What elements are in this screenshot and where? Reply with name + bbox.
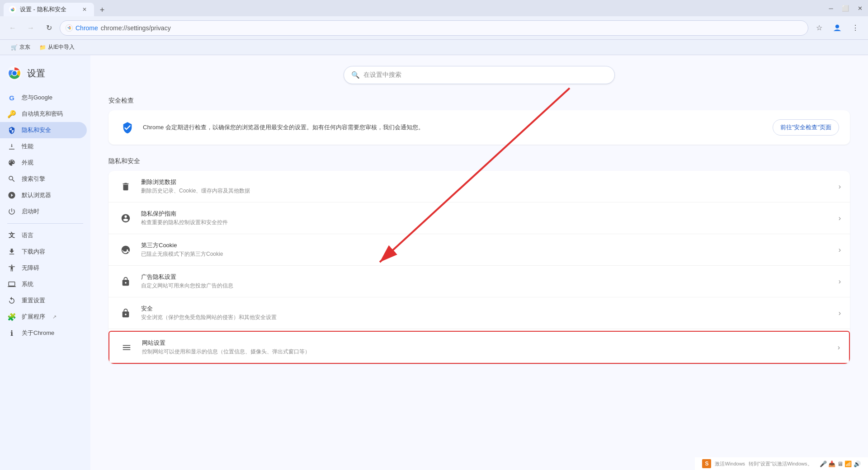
bookmark-star-button[interactable]: ☆ <box>812 21 826 35</box>
windows-activation-notice: S 激活Windows 转到"设置"以激活Windows。 🎤 📥 🖥 📶 🔊 <box>695 457 868 470</box>
settings-item-privacy-guide[interactable]: 隐私保护指南 检查重要的隐私控制设置和安全控件 › <box>108 202 850 234</box>
settings-item-cookies[interactable]: 第三方Cookie 已阻止无痕模式下的第三方Cookie › <box>108 234 850 266</box>
settings-item-clear-data[interactable]: 删除浏览数据 删除历史记录、Cookie、缓存内容及其他数据 › <box>108 171 850 202</box>
search-placeholder: 在设置中搜索 <box>363 71 607 79</box>
safety-check-button[interactable]: 前往"安全检查"页面 <box>773 119 839 136</box>
settings-item-site-settings[interactable]: 网站设置 控制网站可以使用和显示的信息（位置信息、摄像头、弹出式窗口等） › <box>108 331 850 364</box>
cookies-title: 第三方Cookie <box>141 241 831 249</box>
active-tab[interactable]: 设置 - 隐私和安全 ✕ <box>4 3 94 16</box>
privacy-guide-icon <box>118 210 134 226</box>
profile-icon <box>833 24 842 33</box>
sidebar-startup-label: 启动时 <box>22 207 39 216</box>
new-tab-button[interactable]: + <box>96 4 108 16</box>
ad-privacy-desc: 自定义网站可用来向您投放广告的信息 <box>141 282 831 290</box>
bookmark-ie-label: 从IE中导入 <box>48 43 75 51</box>
sidebar-system-label: 系统 <box>22 280 33 288</box>
clear-data-text: 删除浏览数据 删除历史记录、Cookie、缓存内容及其他数据 <box>141 178 831 195</box>
close-button[interactable]: ✕ <box>855 4 864 13</box>
tab-close-button[interactable]: ✕ <box>80 5 89 14</box>
sidebar-item-extensions[interactable]: 🧩 扩展程序 ↗ <box>0 309 87 325</box>
privacy-guide-desc: 检查重要的隐私控制设置和安全控件 <box>141 219 831 226</box>
safety-shield-icon <box>119 119 136 136</box>
sidebar-system-icon <box>7 280 16 289</box>
safety-description: Chrome 会定期进行检查，以确保您的浏览器使用最安全的设置。如有任何内容需要… <box>143 123 765 132</box>
bookmarks-bar: 🛒 京东 📁 从IE中导入 <box>0 40 868 55</box>
security-chevron: › <box>839 309 841 317</box>
sidebar-item-appearance[interactable]: 外观 <box>0 155 87 171</box>
chrome-menu-button[interactable]: ⋮ <box>848 21 863 35</box>
sidebar-item-default-browser[interactable]: 默认浏览器 <box>0 187 87 203</box>
sidebar-separator <box>7 223 83 224</box>
site-settings-icon <box>118 339 135 356</box>
minimize-button[interactable]: ─ <box>826 4 835 13</box>
url-bar[interactable]: Chrome chrome://settings/privacy <box>60 20 808 36</box>
bookmark-ie-import[interactable]: 📁 从IE中导入 <box>36 42 78 53</box>
sidebar-extensions-label: 扩展程序 <box>22 313 45 321</box>
sidebar-item-privacy[interactable]: 隐私和安全 <box>0 122 87 138</box>
sidebar-item-autofill[interactable]: 🔑 自动填充和密码 <box>0 106 87 122</box>
security-icon <box>118 305 134 321</box>
activate-windows-text: 激活Windows <box>715 461 745 467</box>
settings-item-security[interactable]: 安全 安全浏览（保护您免受危险网站的侵害）和其他安全设置 › <box>108 297 850 329</box>
settings-item-ad-privacy[interactable]: 广告隐私设置 自定义网站可用来向您投放广告的信息 › <box>108 266 850 297</box>
site-settings-chevron: › <box>838 343 840 352</box>
privacy-guide-chevron: › <box>839 214 841 222</box>
sidebar-browser-icon <box>7 191 16 200</box>
chrome-logo-icon <box>7 66 22 80</box>
sidebar-item-language[interactable]: 文 语言 <box>0 227 87 244</box>
site-settings-desc: 控制网站可以使用和显示的信息（位置信息、摄像头、弹出式窗口等） <box>142 348 830 356</box>
sidebar-autofill-icon: 🔑 <box>7 109 16 118</box>
maximize-button[interactable]: ⬜ <box>841 4 850 13</box>
sidebar-search-label: 搜索引擎 <box>22 175 45 183</box>
search-box[interactable]: 🔍 在设置中搜索 <box>344 66 615 84</box>
sidebar-accessibility-label: 无障碍 <box>22 264 39 272</box>
bookmark-jd[interactable]: 🛒 京东 <box>7 42 34 53</box>
security-title: 安全 <box>141 305 831 313</box>
sidebar-item-startup[interactable]: 启动时 <box>0 203 87 220</box>
profile-button[interactable] <box>830 21 844 35</box>
sidebar-autofill-label: 自动填充和密码 <box>22 110 63 118</box>
site-settings-text: 网站设置 控制网站可以使用和显示的信息（位置信息、摄像头、弹出式窗口等） <box>142 339 830 356</box>
cookies-icon <box>118 242 134 258</box>
back-button[interactable]: ← <box>5 21 20 35</box>
sidebar-accessibility-icon <box>7 263 16 273</box>
forward-button[interactable]: → <box>24 21 38 35</box>
sidebar-browser-label: 默认浏览器 <box>22 191 51 199</box>
sidebar-item-performance[interactable]: 性能 <box>0 138 87 155</box>
sidebar-google-label: 您与Google <box>22 94 52 102</box>
clear-data-desc: 删除历史记录、Cookie、缓存内容及其他数据 <box>141 187 831 195</box>
sidebar-google-icon: G <box>7 93 16 102</box>
bookmark-jd-label: 京东 <box>19 43 30 51</box>
url-scheme: Chrome <box>75 24 98 32</box>
ad-privacy-text: 广告隐私设置 自定义网站可用来向您投放广告的信息 <box>141 273 831 290</box>
sidebar-about-icon: ℹ <box>7 329 16 338</box>
sidebar-item-system[interactable]: 系统 <box>0 276 87 292</box>
svg-point-6 <box>835 24 839 28</box>
search-container: 🔍 在设置中搜索 <box>108 66 850 84</box>
search-icon: 🔍 <box>351 71 360 79</box>
svg-point-9 <box>12 71 17 75</box>
privacy-guide-title: 隐私保护指南 <box>141 210 831 218</box>
sidebar-item-google[interactable]: G 您与Google <box>0 89 87 106</box>
address-bar: ← → ↻ Chrome chrome://settings/privacy ☆… <box>0 16 868 40</box>
privacy-guide-text: 隐私保护指南 检查重要的隐私控制设置和安全控件 <box>141 210 831 226</box>
security-text: 安全 安全浏览（保护您免受危险网站的侵害）和其他安全设置 <box>141 305 831 321</box>
ad-privacy-title: 广告隐私设置 <box>141 273 831 281</box>
cookies-desc: 已阻止无痕模式下的第三方Cookie <box>141 250 831 258</box>
sidebar-item-search[interactable]: 搜索引擎 <box>0 171 87 187</box>
sidebar-item-reset[interactable]: 重置设置 <box>0 292 87 309</box>
sidebar-item-downloads[interactable]: 下载内容 <box>0 244 87 260</box>
security-desc: 安全浏览（保护您免受危险网站的侵害）和其他安全设置 <box>141 314 831 321</box>
sidebar-startup-icon <box>7 207 16 216</box>
sidebar-item-accessibility[interactable]: 无障碍 <box>0 260 87 276</box>
activate-windows-sub: 转到"设置"以激活Windows。 <box>749 461 812 467</box>
sidebar-appearance-label: 外观 <box>22 159 33 167</box>
ad-privacy-chevron: › <box>839 277 841 286</box>
external-link-icon: ↗ <box>52 314 57 320</box>
svg-point-5 <box>68 27 70 28</box>
tab-title: 设置 - 隐私和安全 <box>20 5 66 14</box>
sidebar-search-icon <box>7 174 16 183</box>
sidebar-item-about[interactable]: ℹ 关于Chrome <box>0 325 87 341</box>
svg-point-2 <box>12 9 14 10</box>
reload-button[interactable]: ↻ <box>42 21 56 35</box>
